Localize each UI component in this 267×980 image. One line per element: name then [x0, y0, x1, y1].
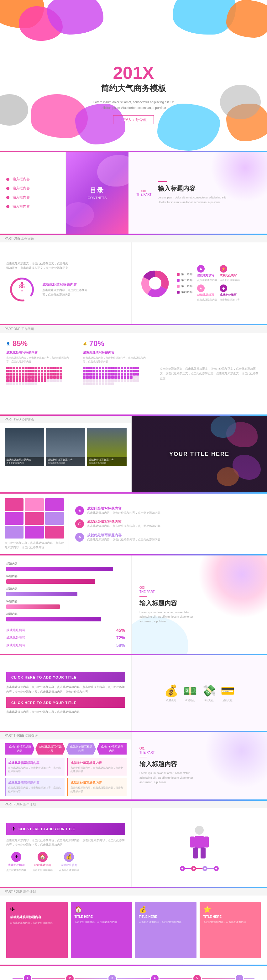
dot-47 — [117, 373, 120, 375]
legend-dot-1 — [177, 273, 180, 276]
dot-28 — [38, 370, 40, 372]
dot-73 — [86, 379, 89, 382]
cover-title: 简约大气商务模板 — [101, 83, 166, 94]
click-desc-1: 点击此处添加内容，点击此处添加内容，点击此处添加内容，点击此处添加内容，点击此处… — [6, 685, 125, 694]
toc-text-1: 输入框内容 — [13, 177, 30, 181]
legend-item-2: 第二名称 — [177, 278, 193, 282]
click-title-bar-1: CLICK HERE TO ADD YOUR TITLE — [6, 671, 125, 682]
bar-stat-label-2: 成就此处填写 — [6, 636, 25, 640]
dot-16 — [57, 367, 59, 369]
bar-label-4: 标题内容 — [6, 600, 125, 603]
dot-94 — [96, 382, 98, 385]
bar-stat-label-1: 成就此处填写 — [6, 628, 25, 632]
cover-author[interactable]: 汇报人：孙令蓝 — [113, 115, 154, 124]
section-header-1: PART ONE 工作回顾 — [0, 235, 267, 242]
dot-76 — [19, 379, 21, 382]
svg-rect-10 — [190, 837, 194, 848]
dot-79 — [105, 379, 107, 382]
bar-stat-val-3: 58% — [116, 643, 125, 648]
toc-left: 输入框内容 输入框内容 输入框内容 输入框内容 — [0, 152, 66, 234]
plan-timeline — [180, 866, 219, 871]
section-header-stats2: PART THREE 括绩数据 — [0, 732, 131, 740]
dot-92 — [89, 382, 92, 385]
stats2-card-2: 成就此处填写标题内容 点击此处添加内容，点击此处添加内容，点击此处添加内容 — [67, 758, 127, 776]
tl-circle-5: 5 — [193, 974, 202, 980]
stat-label-1: 成就此处填写标题内容 — [42, 282, 92, 287]
click-desc-2: 点击此处添加内容，点击此处添加内容，点击此处添加内容 — [6, 710, 125, 714]
bar-row-3: 标题内容 — [6, 587, 125, 596]
part01-num-block: 001 THE PART — [136, 189, 152, 196]
work-review-1-body: 点击此处添加正文，点击此处添加正文，点击此处添加正文，点击此处添加正文，点击此处… — [0, 242, 267, 324]
work-left-1: 点击此处添加正文，点击此处添加正文，点击此处添加正文，点击此处添加正文，点击此处… — [0, 242, 132, 324]
toc-item-3: 输入框内容 — [6, 195, 59, 200]
flow-step-4: 成就此处填写标题内容 — [97, 743, 126, 754]
tl-item-2: 2 2016.02 成就此处填写标题 点击此处添加内容，点击此处添加内容 — [49, 974, 91, 980]
section-header-plan2: PART FOUR 新年计划 — [0, 888, 267, 896]
dot-59 — [22, 376, 24, 379]
dot-55 — [86, 376, 89, 379]
dot-49 — [124, 373, 126, 375]
wr2-label1: 成就此处填写标题内容 — [6, 350, 74, 355]
dot-53 — [60, 373, 62, 375]
bar-label-2: 标题内容 — [6, 574, 125, 578]
mm2-item-1: ◈ 成就此处填写标题内容 点击此处添加内容，点击此处添加内容，点击此处添加内容 — [75, 506, 261, 515]
dot-76 — [96, 379, 98, 382]
toc-text-4: 输入框内容 — [13, 204, 30, 209]
dot-22 — [19, 370, 21, 372]
dot-12 — [121, 367, 123, 369]
dot-66 — [121, 376, 123, 379]
dot-83 — [41, 379, 43, 382]
dot-78 — [102, 379, 104, 382]
dot-18 — [6, 370, 9, 372]
presentation: 201X 简约大气商务模板 Lorem ipsum dolor sit amet… — [0, 0, 267, 980]
photo-3: 成就此处填写标题内容 点击此处添加内容 — [87, 428, 126, 466]
tl-item-3: 3 2016.03 成就此处填写标题 点击此处添加内容，点击此处添加内容 — [91, 974, 134, 980]
dot-23 — [99, 370, 101, 372]
info-icon-2: ⚡ — [220, 265, 227, 272]
stats2-left: PART THREE 括绩数据 成就此处填写标题内容 成就此处填写标题内容 成就… — [0, 732, 132, 799]
person-figure — [180, 824, 219, 871]
flow-step-3: 成就此处填写标题内容 — [66, 743, 96, 754]
dot-88 — [133, 379, 136, 382]
dot-63 — [111, 376, 114, 379]
dot-71 — [136, 376, 139, 379]
plan1-label-1: 成就此处填写 — [8, 863, 25, 867]
dot-28 — [114, 370, 117, 372]
info-icon-4: ◆ — [220, 285, 227, 292]
dot-56 — [89, 376, 92, 379]
tl-item-5: 5 2016.05 成就此处填写标题 点击此处添加内容，点击此处添加内容 — [176, 974, 218, 980]
plan1-items: ✈ 成就此处填写 点击此处添加内容 🏠 成就此处填写 点击此处添加内容 💰 成就… — [6, 852, 125, 872]
dot-33 — [53, 370, 56, 372]
dot-78 — [25, 379, 28, 382]
stats2-card-title-2: 成就此处填写标题内容 — [71, 761, 125, 765]
dot-56 — [13, 376, 15, 379]
section-label-stats2: PART THREE 括绩数据 — [5, 733, 38, 738]
mm2-icon-2: ⬡ — [75, 519, 84, 528]
dot-43 — [105, 373, 107, 375]
color-grid-left: 点击此处添加内容，点击此处添加内容，点击此处添加内容，点击此处添加内容 — [0, 493, 69, 554]
dot-70 — [57, 376, 59, 379]
dot-15 — [53, 367, 56, 369]
dot-17 — [60, 367, 62, 369]
mm2-item-2: ⬡ 成就此处填写标题内容 点击此处添加内容，点击此处添加内容，点击此处添加内容 — [75, 519, 261, 528]
stats2-card-title-4: 成就此处填写标题内容 — [71, 781, 125, 785]
money-icon-1: 💰 成就此处 — [164, 684, 178, 702]
sq8 — [25, 526, 44, 539]
part03-label: THE PART — [139, 590, 202, 593]
dot-25 — [28, 370, 31, 372]
work-desc-1: 点击此处添加正文，点击此处添加正文，点击此处添加正文，点击此处添加正文，点击此处… — [6, 261, 69, 270]
dot-0 — [83, 367, 85, 369]
dot-22 — [96, 370, 98, 372]
section-label-plan1: PART FOUR 新年计划 — [5, 802, 36, 807]
slide-mind-meeting-1: PART TWO 心得体会 成就此处填写标题内容 点击此处添加内容 成就此处填写… — [0, 416, 132, 492]
sq5 — [25, 512, 44, 525]
dot-26 — [108, 370, 111, 372]
dot-79 — [28, 379, 31, 382]
part01b-content: 001 THE PART 输入标题内容 Lorem ipsum dolor si… — [139, 747, 202, 784]
plan2-card-desc-4: 点击此处添加内容，点击此处添加内容 — [204, 920, 257, 924]
work-stats-right: 成就此处填写标题内容 点击此处添加内容，点击此处添加内容，点击此处添加内容 — [42, 282, 92, 297]
info-title-1: 成就此处填写 — [197, 274, 217, 278]
stats2-card-title-1: 成就此处填写标题内容 — [8, 761, 62, 765]
pie-legend: 第一名称 第二名称 第三名称 第四名称 — [177, 272, 193, 294]
legend-dot-2 — [177, 279, 180, 282]
